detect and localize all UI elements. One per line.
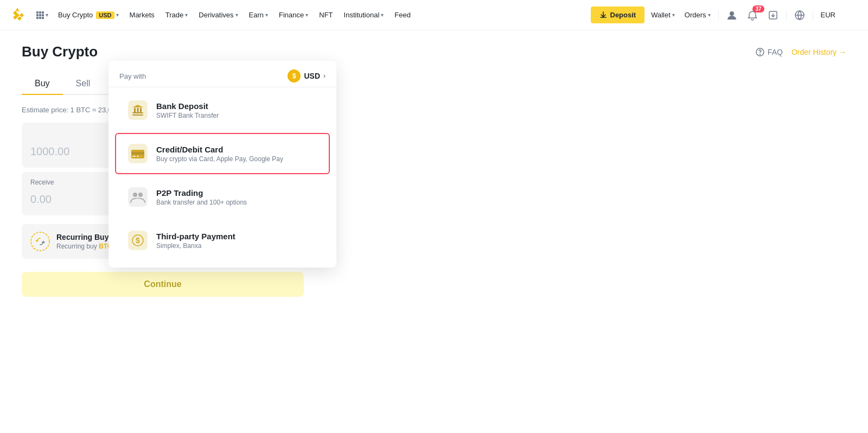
nav-earn[interactable]: Earn ▾ [245,9,272,21]
p2p-desc: Bank transfer and 100+ options [156,199,318,206]
nav-globe[interactable] [790,8,809,23]
page-header: Buy Crypto FAQ Order History → [22,43,846,60]
pay-with-label: Pay with [119,72,146,80]
nav-finance[interactable]: Finance ▾ [275,9,312,21]
nav-divider-2 [786,10,787,21]
svg-rect-7 [39,11,41,14]
dropdown-usd-icon: $ [288,69,301,82]
brand-logo[interactable] [9,7,26,24]
svg-marker-0 [15,8,20,12]
nav-divider-3 [813,10,813,21]
svg-point-34 [133,193,137,197]
svg-rect-24 [134,108,136,112]
tab-buy[interactable]: Buy [22,73,63,94]
nav-orders[interactable]: Orders ▾ [680,9,715,21]
svg-rect-30 [131,152,144,155]
nav-currency[interactable]: EUR [816,9,840,21]
dropdown-item-bank-deposit[interactable]: Bank Deposit SWIFT Bank Transfer [115,90,330,131]
svg-rect-33 [128,187,148,207]
svg-point-20 [31,232,49,251]
dropdown-item-third-party[interactable]: $ Third-party Payment Simplex, Banxa [115,220,330,261]
grid-chevron: ▾ [46,12,48,18]
svg-rect-12 [36,17,39,19]
third-party-title: Third-party Payment [156,232,318,241]
continue-button[interactable]: Continue [22,272,304,297]
svg-rect-31 [132,156,136,157]
nav-derivatives[interactable]: Derivatives ▾ [194,9,242,21]
svg-marker-3 [17,16,22,21]
notification-badge: 37 [752,5,764,12]
p2p-text: P2P Trading Bank transfer and 100+ optio… [156,188,318,206]
svg-marker-2 [20,13,24,17]
nav-theme[interactable] [841,8,859,22]
page-title: Buy Crypto [22,43,98,60]
nav-trade[interactable]: Trade ▾ [161,9,192,21]
receive-value[interactable]: 0.00 [30,193,52,206]
nav-download[interactable] [763,8,783,23]
svg-rect-8 [42,11,44,14]
tab-sell[interactable]: Sell [63,73,104,94]
svg-rect-14 [42,17,44,19]
dropdown-item-credit-card[interactable]: Credit/Debit Card Buy crypto via Card, A… [115,133,330,174]
bank-deposit-desc: SWIFT Bank Transfer [156,112,318,119]
dropdown-header: Pay with $ USD › [108,61,336,87]
faq-link[interactable]: FAQ [756,48,783,56]
deposit-button[interactable]: Deposit [591,7,645,23]
credit-card-icon [127,143,149,164]
dropdown-item-p2p[interactable]: P2P Trading Bank transfer and 100+ optio… [115,176,330,218]
p2p-icon [127,186,149,208]
bank-deposit-text: Bank Deposit SWIFT Bank Transfer [156,101,318,119]
svg-rect-10 [39,14,41,16]
grid-button[interactable]: ▾ [33,9,52,22]
pay-with-currency-selector[interactable]: $ USD › [288,69,326,82]
svg-rect-26 [140,108,142,112]
svg-rect-23 [132,114,143,116]
credit-card-title: Credit/Debit Card [156,145,318,154]
usd-badge: USD [96,11,114,19]
svg-rect-11 [42,14,44,16]
p2p-title: P2P Trading [156,188,318,198]
spend-value[interactable]: 1000.00 [30,145,69,158]
third-party-desc: Simplex, Banxa [156,242,318,250]
page-content: Buy Crypto FAQ Order History → Buy Sell … [0,30,868,433]
pay-with-dropdown: Pay with $ USD › Bank [108,61,336,268]
svg-point-19 [760,54,760,54]
svg-text:$: $ [136,236,140,245]
third-party-icon: $ [127,230,149,251]
nav-markets[interactable]: Markets [125,9,159,21]
nav-right-section: Wallet ▾ Orders ▾ 37 EUR [647,8,859,23]
nav-buy-crypto[interactable]: Buy Crypto USD ▾ [54,9,123,21]
nav-institutional[interactable]: Institutional ▾ [340,9,388,21]
credit-card-text: Credit/Debit Card Buy crypto via Card, A… [156,145,318,163]
svg-rect-32 [137,156,139,157]
bank-deposit-title: Bank Deposit [156,101,318,111]
svg-rect-13 [39,17,41,19]
nav-profile[interactable] [722,8,742,23]
nav-feed[interactable]: Feed [390,9,415,21]
nav-notifications[interactable]: 37 [743,8,762,23]
recurring-icon [30,232,50,251]
third-party-text: Third-party Payment Simplex, Banxa [156,232,318,250]
svg-rect-9 [36,14,39,16]
nav-divider [718,10,719,21]
svg-point-35 [138,193,143,197]
nav-nft[interactable]: NFT [315,9,337,21]
svg-rect-6 [36,11,39,14]
order-history-link[interactable]: Order History → [792,48,846,56]
header-right: FAQ Order History → [756,48,846,56]
bank-icon [127,99,149,121]
svg-rect-25 [137,108,139,112]
svg-point-15 [730,11,734,16]
navbar: ▾ Buy Crypto USD ▾ Markets Trade ▾ Deriv… [0,0,868,30]
svg-rect-22 [132,112,143,113]
nav-wallet[interactable]: Wallet ▾ [647,9,679,21]
credit-card-desc: Buy crypto via Card, Apple Pay, Google P… [156,155,318,163]
